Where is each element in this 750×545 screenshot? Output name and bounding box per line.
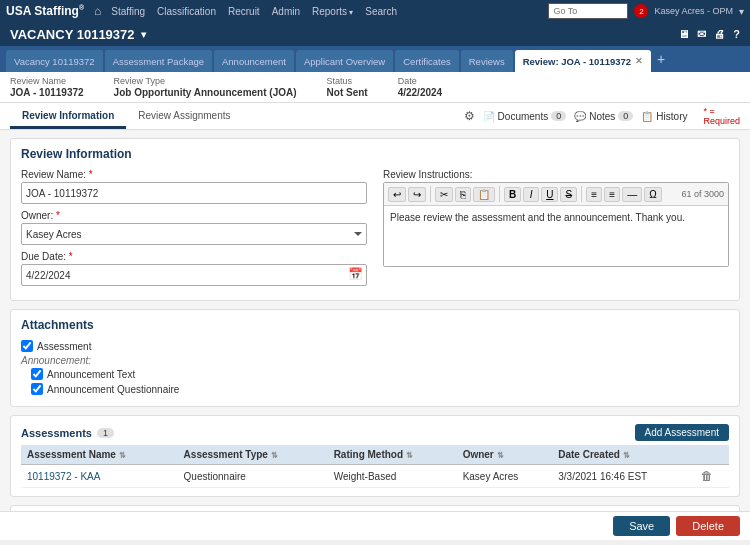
due-date-input[interactable] — [21, 264, 367, 286]
assessments-count: 1 — [97, 428, 114, 438]
home-icon[interactable]: ⌂ — [94, 4, 101, 18]
nav-reports[interactable]: Reports — [312, 6, 353, 17]
monitor-icon[interactable]: 🖥 — [678, 28, 689, 41]
rte-copy[interactable]: ⎘ — [455, 187, 471, 202]
owner-form-field: Owner: * Kasey Acres — [21, 210, 367, 245]
tab-close-icon[interactable]: ✕ — [635, 56, 643, 66]
tab-applicant-label: Applicant Overview — [304, 56, 385, 67]
assessment-type-cell: Questionnaire — [178, 465, 328, 488]
sort-icon-4[interactable]: ⇅ — [497, 451, 504, 460]
review-name-form-field: Review Name: * — [21, 169, 367, 204]
notes-count: 0 — [618, 111, 633, 121]
nav-classification[interactable]: Classification — [157, 6, 216, 17]
review-name-label: Review Name — [10, 76, 84, 86]
calendar-icon[interactable]: 📅 — [348, 267, 363, 281]
name-req: * — [89, 169, 93, 180]
rte-align-left[interactable]: ≡ — [586, 187, 602, 202]
sub-tab-review-information[interactable]: Review Information — [10, 105, 126, 129]
rte-italic[interactable]: I — [523, 187, 539, 202]
tab-announcement-label: Announcement — [222, 56, 286, 67]
assessments-title: Assessments — [21, 427, 92, 439]
print-icon[interactable]: 🖨 — [714, 28, 725, 41]
rte-divider-1 — [430, 186, 431, 202]
rte-align-center[interactable]: ≡ — [604, 187, 620, 202]
tab-announcement[interactable]: Announcement — [214, 50, 294, 72]
review-type-field: Review Type Job Opportunity Announcement… — [114, 76, 297, 98]
tab-vacancy[interactable]: Vacancy 10119372 — [6, 50, 103, 72]
mail-icon[interactable]: ✉ — [697, 28, 706, 41]
top-navigation: USA Staffing® ⌂ Staffing Classification … — [0, 0, 750, 22]
rte-strikethrough[interactable]: S — [560, 187, 577, 202]
ann-text-checkbox-row: Announcement Text — [31, 368, 729, 380]
review-type-value: Job Opportunity Announcement (JOA) — [114, 87, 297, 98]
sub-tabs: Review Information Review Assignments — [0, 105, 454, 127]
rte-bold[interactable]: B — [504, 187, 521, 202]
documents-btn[interactable]: 📄 Documents 0 — [483, 111, 567, 122]
review-header: Review Name JOA - 10119372 Review Type J… — [0, 72, 750, 103]
assessments-table: Assessment Name ⇅ Assessment Type ⇅ Rati… — [21, 445, 729, 488]
rte-paste[interactable]: 📋 — [473, 187, 495, 202]
notes-btn[interactable]: 💬 Notes 0 — [574, 111, 633, 122]
nav-admin[interactable]: Admin — [272, 6, 300, 17]
tab-certificates[interactable]: Certificates — [395, 50, 459, 72]
add-assessment-button[interactable]: Add Assessment — [635, 424, 729, 441]
notification-badge[interactable]: 2 — [634, 4, 648, 18]
vacancy-caret[interactable]: ▾ — [141, 29, 146, 40]
tab-review-joa-label: Review: JOA - 10119372 — [523, 56, 631, 67]
delete-assessment-button[interactable]: 🗑 — [701, 469, 713, 483]
review-info-right: Review Instructions: ↩ ↪ ✂ ⎘ 📋 B I — [383, 169, 729, 292]
review-name-input[interactable] — [21, 182, 367, 204]
sort-icon-3[interactable]: ⇅ — [406, 451, 413, 460]
delete-button[interactable]: Delete — [676, 516, 740, 536]
settings-icon[interactable]: ⚙ — [464, 109, 475, 123]
col-date-created: Date Created ⇅ — [552, 445, 695, 465]
rte-undo[interactable]: ↩ — [388, 187, 406, 202]
help-icon[interactable]: ? — [733, 28, 740, 41]
app-title-sup: ® — [79, 4, 84, 11]
due-date-req: * — [69, 251, 73, 262]
tab-applicant-overview[interactable]: Applicant Overview — [296, 50, 393, 72]
rte-container: ↩ ↪ ✂ ⎘ 📋 B I U S ≡ — [383, 182, 729, 267]
nav-recruit[interactable]: Recruit — [228, 6, 260, 17]
user-menu-icon[interactable]: ▾ — [739, 6, 744, 17]
tab-review-joa[interactable]: Review: JOA - 10119372 ✕ — [515, 50, 651, 72]
sub-tab-row: Review Information Review Assignments ⚙ … — [0, 103, 750, 130]
history-btn[interactable]: 📋 History — [641, 111, 687, 122]
review-info-title: Review Information — [21, 147, 729, 161]
sort-icon-2[interactable]: ⇅ — [271, 451, 278, 460]
rte-redo[interactable]: ↪ — [408, 187, 426, 202]
required-note: * = Required — [703, 106, 740, 126]
ann-text-checkbox[interactable] — [31, 368, 43, 380]
rte-hr[interactable]: — — [622, 187, 642, 202]
sort-icon-5[interactable]: ⇅ — [623, 451, 630, 460]
tab-reviews[interactable]: Reviews — [461, 50, 513, 72]
instructions-form-field: Review Instructions: ↩ ↪ ✂ ⎘ 📋 B I — [383, 169, 729, 267]
rte-cut[interactable]: ✂ — [435, 187, 453, 202]
announcement-attach-label: Announcement: — [21, 355, 729, 366]
save-button[interactable]: Save — [613, 516, 670, 536]
ann-quest-checkbox[interactable] — [31, 383, 43, 395]
assessment-checkbox[interactable] — [21, 340, 33, 352]
nav-search[interactable]: Search — [365, 6, 397, 17]
due-date-input-wrapper: 📅 — [21, 264, 367, 286]
review-name-value: JOA - 10119372 — [10, 87, 84, 98]
ann-quest-checkbox-row: Announcement Questionnaire — [31, 383, 729, 395]
documents-label: Documents — [498, 111, 549, 122]
owner-select[interactable]: Kasey Acres — [21, 223, 367, 245]
sort-icon-1[interactable]: ⇅ — [119, 451, 126, 460]
due-date-form-field: Due Date: * 📅 — [21, 251, 367, 286]
assessments-tbody: 10119372 - KAA Questionnaire Weight-Base… — [21, 465, 729, 488]
goto-input[interactable] — [548, 3, 628, 19]
due-date-form-label: Due Date: * — [21, 251, 367, 262]
rte-special-char[interactable]: Ω — [644, 187, 661, 202]
assessment-name-link[interactable]: 10119372 - KAA — [27, 471, 100, 482]
nav-staffing[interactable]: Staffing — [111, 6, 145, 17]
tab-reviews-label: Reviews — [469, 56, 505, 67]
app-logo: USA Staffing® — [6, 4, 84, 18]
rte-body[interactable]: Please review the assessment and the ann… — [384, 206, 728, 266]
add-tab-button[interactable]: + — [653, 51, 669, 67]
notes-icon: 💬 — [574, 111, 586, 122]
rte-underline[interactable]: U — [541, 187, 558, 202]
sub-tab-review-assignments[interactable]: Review Assignments — [126, 105, 242, 129]
tab-assessment-package[interactable]: Assessment Package — [105, 50, 212, 72]
